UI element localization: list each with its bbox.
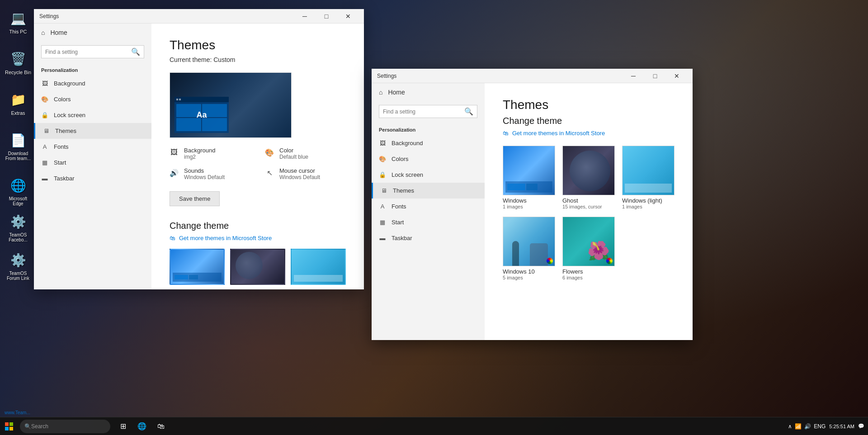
- taskbar-edge-icon[interactable]: 🌐: [133, 417, 151, 435]
- svg-rect-0: [5, 422, 9, 426]
- theme-card-windows-light[interactable]: Windows (light) 1 images: [622, 146, 675, 209]
- edge-icon: 🌐: [9, 176, 27, 194]
- sidebar-1-search-input[interactable]: [45, 49, 128, 55]
- window2-controls: ─ □ ✕: [623, 69, 687, 83]
- taskbar: 🔍 Search ⊞ 🌐 🛍 ∧ 📶 🔊 ENG 5:25:51 AM 💬: [0, 417, 868, 435]
- notification-icon[interactable]: 💬: [858, 423, 864, 429]
- main-content-2: Themes Change theme 🛍 Get more themes in…: [485, 83, 693, 340]
- window2-body: ⌂ Home 🔍 Personalization 🖼 Background 🎨 …: [372, 83, 693, 340]
- sidebar-2-item-themes[interactable]: 🖥 Themes: [372, 183, 485, 199]
- taskbar-store-icon[interactable]: 🛍: [152, 417, 170, 435]
- network-icon[interactable]: 📶: [795, 423, 802, 430]
- fonts-icon-1: A: [41, 143, 48, 150]
- page-title-2: Themes: [503, 98, 675, 112]
- theme-card-flowers[interactable]: 🌺 Flowers 6 images: [562, 217, 615, 280]
- save-theme-button[interactable]: Save theme: [170, 191, 220, 206]
- theme-card-windows[interactable]: Windows 1 images: [503, 146, 555, 209]
- window1-title: Settings: [39, 13, 294, 19]
- preview-aa: Aa: [196, 110, 207, 120]
- sidebar-1-item-fonts[interactable]: A Fonts: [34, 139, 151, 155]
- taskbar-search[interactable]: 🔍 Search: [20, 420, 110, 433]
- theme-thumb-windows-img: [170, 249, 225, 285]
- window2-close[interactable]: ✕: [666, 69, 687, 83]
- themes-grid-2: Windows 1 images Ghost 15 images, cursor: [503, 146, 675, 209]
- sidebar-2-search-input[interactable]: [383, 109, 462, 115]
- sidebar-1-item-lockscreen[interactable]: 🔒 Lock screen: [34, 107, 151, 123]
- theme-thumb-windows-light[interactable]: [291, 249, 346, 285]
- settings-window-1: Settings ─ □ ✕ ⌂ Home 🔍 Personalization …: [34, 9, 364, 289]
- theme-card-flowers-count: 6 images: [562, 275, 615, 280]
- lockscreen-icon-2: 🔒: [379, 171, 386, 178]
- window2-minimize[interactable]: ─: [623, 69, 644, 83]
- theme-thumb-wl-img: [291, 249, 346, 285]
- window1-minimize[interactable]: ─: [294, 9, 315, 24]
- sidebar-2-item-start[interactable]: ▦ Start: [372, 214, 485, 230]
- sidebar-2: ⌂ Home 🔍 Personalization 🖼 Background 🎨 …: [372, 83, 485, 340]
- desktop-icon-download[interactable]: 📄 Download From team...: [5, 131, 32, 161]
- store-link-1[interactable]: 🛍 Get more themes in Microsoft Store: [170, 235, 346, 241]
- themes-grid-1: [170, 249, 346, 285]
- sidebar-2-item-background[interactable]: 🖼 Background: [372, 135, 485, 151]
- globe-overlay: [236, 252, 263, 279]
- extras-icon: 📁: [9, 90, 27, 109]
- themes-grid-empty: [622, 217, 675, 280]
- desktop-icon-this-pc[interactable]: 💻 This PC: [5, 9, 32, 34]
- teamos-forum-icon: ⚙️: [9, 251, 27, 269]
- color-circle-flowers: [606, 258, 613, 264]
- sidebar-2-item-lockscreen[interactable]: 🔒 Lock screen: [372, 167, 485, 183]
- window1-maximize[interactable]: □: [316, 9, 337, 24]
- desktop-icon-edge[interactable]: 🌐 Microsoft Edge: [5, 176, 32, 206]
- window1-controls: ─ □ ✕: [294, 9, 359, 24]
- theme-card-ghost[interactable]: Ghost 15 images, cursor: [562, 146, 615, 209]
- start-button[interactable]: [0, 417, 18, 435]
- attr-mouse: ↖ Mouse cursor Windows Default: [265, 167, 346, 180]
- ghost-globe: [570, 151, 610, 191]
- chevron-up-icon[interactable]: ∧: [788, 423, 792, 430]
- theme-thumb-ghost[interactable]: [230, 249, 285, 285]
- home-icon-2: ⌂: [379, 89, 382, 96]
- lockscreen-icon-1: 🔒: [41, 112, 48, 118]
- store-link-2[interactable]: 🛍 Get more themes in Microsoft Store: [503, 130, 675, 137]
- sidebar-1-item-taskbar[interactable]: ▬ Taskbar: [34, 170, 151, 186]
- lang-indicator[interactable]: ENG: [814, 423, 826, 430]
- taskbar-task-view[interactable]: ⊞: [114, 417, 132, 435]
- desktop-icon-extras[interactable]: 📁 Extras: [5, 90, 32, 116]
- attr-bg-value: img2: [184, 154, 215, 160]
- theme-thumb-windows[interactable]: [170, 249, 225, 285]
- attr-color-value: Default blue: [279, 154, 308, 160]
- sidebar-2-item-fonts[interactable]: A Fonts: [372, 199, 485, 214]
- window2-title: Settings: [377, 73, 623, 79]
- theme-card-windows10[interactable]: Windows 10 5 images: [503, 217, 555, 280]
- sidebar-1-home[interactable]: ⌂ Home: [34, 24, 151, 42]
- volume-icon[interactable]: 🔊: [804, 423, 811, 430]
- attr-bg-icon: 🖼: [170, 148, 179, 157]
- flower-overlay: 🌺: [587, 240, 610, 261]
- sidebar-1-item-themes[interactable]: 🖥 Themes: [34, 123, 151, 139]
- desktop-icon-teamos-forum[interactable]: ⚙️ TeamOS Forum Link: [5, 251, 32, 281]
- desktop-url: www.Team...: [5, 410, 30, 415]
- desktop-icon-teamos-fb[interactable]: ⚙️ TeamOS Facebo...: [5, 213, 32, 242]
- attr-bg-label: Background: [184, 147, 215, 154]
- taskbar-clock[interactable]: 5:25:51 AM: [829, 424, 854, 429]
- sidebar-2-item-colors[interactable]: 🎨 Colors: [372, 151, 485, 167]
- sidebar-2-home[interactable]: ⌂ Home: [372, 83, 485, 101]
- sidebar-1-item-background[interactable]: 🖼 Background: [34, 76, 151, 91]
- window1-close[interactable]: ✕: [338, 9, 359, 24]
- sidebar-1-search[interactable]: 🔍: [41, 45, 144, 58]
- svg-rect-3: [9, 427, 13, 430]
- sidebar-2-item-taskbar[interactable]: ▬ Taskbar: [372, 230, 485, 246]
- sidebar-2-search[interactable]: 🔍: [379, 105, 477, 118]
- start-icon-1: ▦: [41, 159, 48, 166]
- theme-card-wl-count: 1 images: [622, 204, 675, 209]
- theme-card-ghost-count: 15 images, cursor: [562, 204, 615, 209]
- desktop-icon-recycle-bin[interactable]: 🗑️ Recycle Bin: [5, 50, 32, 75]
- theme-card-windows-img: [503, 146, 555, 195]
- theme-card-flowers-img: 🌺: [562, 217, 615, 266]
- attr-sounds: 🔊 Sounds Windows Default: [170, 167, 250, 180]
- sidebar-1-item-colors[interactable]: 🎨 Colors: [34, 91, 151, 107]
- theme-thumb-ghost-img: [230, 249, 285, 285]
- sidebar-2-section-title: Personalization: [372, 122, 485, 135]
- window2-maximize[interactable]: □: [645, 69, 665, 83]
- sidebar-1-item-start[interactable]: ▦ Start: [34, 155, 151, 170]
- theme-attributes: 🖼 Background img2 🎨 Color Default blue 🔊: [170, 147, 346, 180]
